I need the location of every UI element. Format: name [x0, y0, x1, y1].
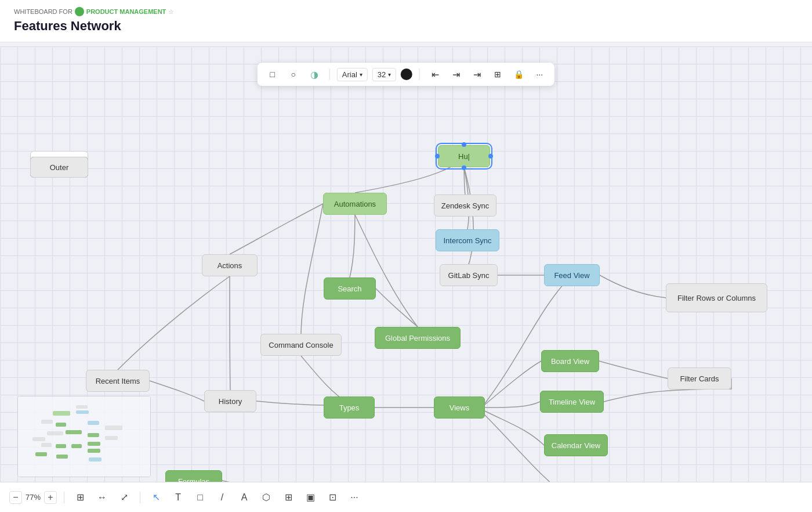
align-left-btn[interactable]: ⇤: [427, 66, 443, 82]
font-size-select[interactable]: 32 ▾: [372, 68, 396, 81]
svg-rect-9: [105, 426, 122, 430]
product-logo: [75, 7, 84, 16]
zoom-control: − 77% +: [9, 491, 57, 504]
svg-rect-5: [88, 421, 99, 425]
page-title: Features Network: [14, 19, 798, 34]
circle-shape-btn[interactable]: ○: [285, 66, 302, 82]
svg-rect-12: [41, 443, 52, 447]
node-hub[interactable]: Hu|: [438, 145, 490, 167]
svg-rect-1: [76, 405, 88, 409]
header: WHITEBOARD FOR PRODUCT MANAGEMENT ☆ Feat…: [0, 0, 812, 42]
expand-tool-btn[interactable]: ⤢: [115, 489, 133, 506]
mixed-shape-btn[interactable]: ◑: [306, 66, 322, 82]
arrow-tool-btn[interactable]: A: [235, 489, 253, 506]
sticky-tool-btn[interactable]: ⬡: [258, 489, 275, 506]
breadcrumb-title: PRODUCT MANAGEMENT: [86, 8, 166, 15]
node-gitlab-sync[interactable]: GitLab Sync: [440, 264, 498, 286]
node-filter-rows[interactable]: Filter Rows or Columns: [666, 283, 767, 312]
node-zendesk-sync[interactable]: Zendesk Sync: [434, 194, 496, 217]
node-search[interactable]: Search: [324, 277, 376, 300]
svg-rect-14: [71, 444, 82, 448]
svg-rect-11: [32, 437, 45, 441]
lock-btn[interactable]: 🔒: [510, 66, 527, 82]
breadcrumb-prefix: WHITEBOARD FOR: [14, 8, 72, 15]
bottom-divider: [64, 492, 64, 503]
svg-rect-15: [88, 442, 100, 446]
image-tool-btn[interactable]: ⊞: [280, 489, 297, 506]
star-icon[interactable]: ☆: [168, 8, 174, 16]
select-tool-btn[interactable]: ↖: [147, 489, 165, 506]
svg-rect-18: [56, 455, 68, 459]
svg-rect-0: [53, 411, 70, 416]
zoom-out-btn[interactable]: −: [9, 491, 22, 504]
formatting-toolbar: □ ○ ◑ Arial ▾ 32 ▾ ⇤ ⇥ ⇥ ⊞ 🔒 ···: [258, 63, 554, 86]
canvas[interactable]: □ ○ ◑ Arial ▾ 32 ▾ ⇤ ⇥ ⇥ ⊞ 🔒 ···: [0, 46, 812, 512]
node-recent-items[interactable]: Recent Items: [86, 370, 150, 392]
node-views[interactable]: Views: [434, 396, 485, 419]
zoom-in-btn[interactable]: +: [44, 491, 57, 504]
svg-rect-7: [66, 430, 82, 434]
frame-tool-btn[interactable]: ⊞: [71, 489, 89, 506]
more-options-btn[interactable]: ···: [531, 66, 548, 82]
svg-rect-19: [89, 457, 102, 461]
svg-rect-6: [47, 431, 63, 435]
line-tool-btn[interactable]: /: [213, 489, 231, 506]
font-select[interactable]: Arial ▾: [337, 68, 368, 81]
chevron-down-icon: ▾: [360, 71, 362, 78]
shape-tool-btn[interactable]: □: [191, 489, 209, 506]
svg-rect-4: [56, 423, 66, 427]
bottom-divider-2: [140, 492, 140, 503]
node-board-view[interactable]: Board View: [541, 350, 599, 372]
more-tools-btn[interactable]: ···: [346, 489, 363, 506]
node-calendar-view[interactable]: Calendar View: [544, 434, 608, 456]
breadcrumb: WHITEBOARD FOR PRODUCT MANAGEMENT ☆: [14, 7, 798, 16]
node-intercom-sync[interactable]: Intercom Sync: [436, 229, 499, 251]
svg-rect-13: [56, 444, 66, 448]
align-center-btn[interactable]: ⇥: [448, 66, 464, 82]
bottom-toolbar: − 77% + ⊞ ↔ ⤢ ↖ T □ / A ⬡ ⊞ ▣ ⊡ ···: [0, 482, 812, 512]
node-feed-view[interactable]: Feed View: [544, 264, 600, 286]
divider-1: [329, 68, 330, 80]
color-picker[interactable]: [401, 68, 412, 80]
chevron-down-icon: ▾: [388, 71, 391, 78]
align-right-btn[interactable]: ⇥: [469, 66, 485, 82]
fit-tool-btn[interactable]: ↔: [93, 489, 111, 506]
svg-rect-10: [105, 436, 118, 440]
minimap-svg: [18, 396, 151, 477]
svg-rect-16: [88, 449, 100, 453]
text-tool-btn[interactable]: T: [169, 489, 187, 506]
node-timeline-view[interactable]: Timeline View: [540, 391, 604, 413]
minimap: [17, 396, 151, 477]
svg-rect-17: [35, 452, 47, 456]
zoom-level: 77%: [26, 493, 41, 502]
table-btn[interactable]: ⊞: [490, 66, 506, 82]
embed-tool-btn[interactable]: ⊡: [324, 489, 341, 506]
node-automations[interactable]: Automations: [323, 193, 387, 215]
square-shape-btn[interactable]: □: [264, 66, 281, 82]
node-filter-cards[interactable]: Filter Cards: [668, 367, 731, 390]
node-global-permissions[interactable]: Global Permissions: [375, 327, 461, 349]
node-history[interactable]: History: [204, 390, 256, 412]
node-actions[interactable]: Actions: [202, 254, 258, 276]
svg-rect-8: [88, 433, 99, 437]
divider-2: [419, 68, 420, 80]
node-types[interactable]: Types: [324, 396, 375, 419]
table-tool-btn[interactable]: ▣: [302, 489, 319, 506]
node-command-console[interactable]: Command Console: [260, 334, 342, 356]
svg-rect-3: [41, 420, 53, 424]
svg-rect-2: [76, 410, 89, 414]
